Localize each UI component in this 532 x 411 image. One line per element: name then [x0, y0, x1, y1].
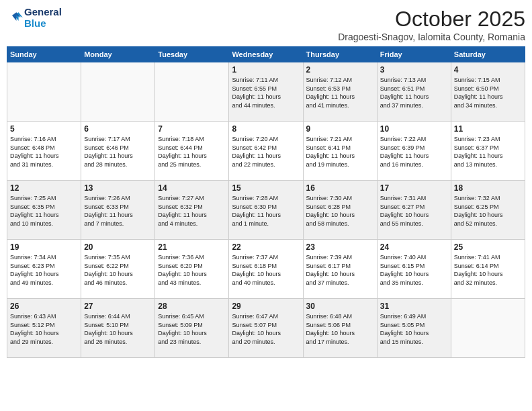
- header-monday: Monday: [81, 47, 155, 62]
- day-number: 27: [84, 302, 152, 311]
- table-row: 11Sunrise: 7:23 AMSunset: 6:37 PMDayligh…: [451, 122, 525, 181]
- table-row: 18Sunrise: 7:32 AMSunset: 6:25 PMDayligh…: [451, 181, 525, 240]
- day-number: 6: [84, 124, 152, 134]
- table-row: 10Sunrise: 7:22 AMSunset: 6:39 PMDayligh…: [377, 122, 451, 181]
- day-info: Sunrise: 7:18 AMSunset: 6:44 PMDaylight:…: [158, 135, 226, 169]
- day-info: Sunrise: 6:47 AMSunset: 5:07 PMDaylight:…: [232, 312, 300, 346]
- table-row: 17Sunrise: 7:31 AMSunset: 6:27 PMDayligh…: [377, 181, 451, 240]
- calendar-header-row: Sunday Monday Tuesday Wednesday Thursday…: [7, 47, 525, 62]
- header-sunday: Sunday: [7, 47, 81, 62]
- header-saturday: Saturday: [451, 47, 525, 62]
- table-row: [155, 62, 229, 122]
- day-info: Sunrise: 7:11 AMSunset: 6:55 PMDaylight:…: [232, 76, 300, 109]
- logo: General Blue: [7, 7, 62, 29]
- logo-text: General Blue: [24, 7, 62, 29]
- day-info: Sunrise: 7:25 AMSunset: 6:35 PMDaylight:…: [10, 194, 78, 228]
- table-row: 22Sunrise: 7:37 AMSunset: 6:18 PMDayligh…: [229, 240, 303, 299]
- day-info: Sunrise: 7:23 AMSunset: 6:37 PMDaylight:…: [454, 135, 522, 169]
- table-row: 15Sunrise: 7:28 AMSunset: 6:30 PMDayligh…: [229, 181, 303, 240]
- header-wednesday: Wednesday: [229, 47, 303, 62]
- day-info: Sunrise: 6:48 AMSunset: 5:06 PMDaylight:…: [306, 312, 374, 346]
- table-row: 1Sunrise: 7:11 AMSunset: 6:55 PMDaylight…: [229, 62, 303, 122]
- table-row: 16Sunrise: 7:30 AMSunset: 6:28 PMDayligh…: [303, 181, 377, 240]
- day-number: 22: [232, 242, 300, 252]
- day-info: Sunrise: 6:44 AMSunset: 5:10 PMDaylight:…: [84, 312, 152, 346]
- page: General Blue October 2025 Dragoesti-Snag…: [0, 0, 532, 411]
- day-number: 8: [232, 124, 300, 134]
- header-tuesday: Tuesday: [155, 47, 229, 62]
- table-row: [451, 299, 525, 358]
- header: General Blue October 2025 Dragoesti-Snag…: [7, 7, 525, 42]
- day-info: Sunrise: 7:13 AMSunset: 6:51 PMDaylight:…: [380, 76, 448, 109]
- table-row: 31Sunrise: 6:49 AMSunset: 5:05 PMDayligh…: [377, 299, 451, 358]
- table-row: 28Sunrise: 6:45 AMSunset: 5:09 PMDayligh…: [155, 299, 229, 358]
- table-row: 20Sunrise: 7:35 AMSunset: 6:22 PMDayligh…: [81, 240, 155, 299]
- day-info: Sunrise: 6:49 AMSunset: 5:05 PMDaylight:…: [380, 312, 448, 346]
- logo-icon: [7, 10, 23, 26]
- day-number: 16: [306, 183, 374, 193]
- day-number: 2: [306, 65, 374, 75]
- table-row: 12Sunrise: 7:25 AMSunset: 6:35 PMDayligh…: [7, 181, 81, 240]
- day-number: 12: [10, 183, 78, 193]
- calendar-table: Sunday Monday Tuesday Wednesday Thursday…: [7, 46, 525, 358]
- table-row: 8Sunrise: 7:20 AMSunset: 6:42 PMDaylight…: [229, 122, 303, 181]
- day-info: Sunrise: 6:43 AMSunset: 5:12 PMDaylight:…: [10, 312, 78, 346]
- day-number: 28: [158, 302, 226, 311]
- calendar-week-row: 19Sunrise: 7:34 AMSunset: 6:23 PMDayligh…: [7, 240, 525, 299]
- day-info: Sunrise: 7:22 AMSunset: 6:39 PMDaylight:…: [380, 135, 448, 169]
- day-info: Sunrise: 7:36 AMSunset: 6:20 PMDaylight:…: [158, 253, 226, 287]
- day-number: 11: [454, 124, 522, 134]
- day-number: 3: [380, 65, 448, 75]
- day-info: Sunrise: 7:31 AMSunset: 6:27 PMDaylight:…: [380, 194, 448, 228]
- table-row: 30Sunrise: 6:48 AMSunset: 5:06 PMDayligh…: [303, 299, 377, 358]
- day-info: Sunrise: 7:26 AMSunset: 6:33 PMDaylight:…: [84, 194, 152, 228]
- calendar-week-row: 5Sunrise: 7:16 AMSunset: 6:48 PMDaylight…: [7, 122, 525, 181]
- header-friday: Friday: [377, 47, 451, 62]
- day-info: Sunrise: 7:27 AMSunset: 6:32 PMDaylight:…: [158, 194, 226, 228]
- day-number: 5: [10, 124, 78, 134]
- calendar-week-row: 1Sunrise: 7:11 AMSunset: 6:55 PMDaylight…: [7, 62, 525, 122]
- day-info: Sunrise: 7:12 AMSunset: 6:53 PMDaylight:…: [306, 76, 374, 109]
- day-number: 10: [380, 124, 448, 134]
- day-info: Sunrise: 7:28 AMSunset: 6:30 PMDaylight:…: [232, 194, 300, 228]
- day-info: Sunrise: 7:30 AMSunset: 6:28 PMDaylight:…: [306, 194, 374, 228]
- table-row: 2Sunrise: 7:12 AMSunset: 6:53 PMDaylight…: [303, 62, 377, 122]
- day-info: Sunrise: 7:34 AMSunset: 6:23 PMDaylight:…: [10, 253, 78, 287]
- table-row: 19Sunrise: 7:34 AMSunset: 6:23 PMDayligh…: [7, 240, 81, 299]
- month-title: October 2025: [338, 7, 525, 32]
- table-row: 14Sunrise: 7:27 AMSunset: 6:32 PMDayligh…: [155, 181, 229, 240]
- table-row: 27Sunrise: 6:44 AMSunset: 5:10 PMDayligh…: [81, 299, 155, 358]
- title-section: October 2025 Dragoesti-Snagov, Ialomita …: [338, 7, 525, 42]
- table-row: 5Sunrise: 7:16 AMSunset: 6:48 PMDaylight…: [7, 122, 81, 181]
- day-info: Sunrise: 7:39 AMSunset: 6:17 PMDaylight:…: [306, 253, 374, 287]
- table-row: 13Sunrise: 7:26 AMSunset: 6:33 PMDayligh…: [81, 181, 155, 240]
- day-number: 23: [306, 242, 374, 252]
- day-number: 30: [306, 302, 374, 311]
- day-number: 18: [454, 183, 522, 193]
- day-info: Sunrise: 7:21 AMSunset: 6:41 PMDaylight:…: [306, 135, 374, 169]
- day-info: Sunrise: 7:20 AMSunset: 6:42 PMDaylight:…: [232, 135, 300, 169]
- day-number: 17: [380, 183, 448, 193]
- day-number: 26: [10, 302, 78, 311]
- day-number: 9: [306, 124, 374, 134]
- day-number: 29: [232, 302, 300, 311]
- day-info: Sunrise: 7:15 AMSunset: 6:50 PMDaylight:…: [454, 76, 522, 109]
- day-number: 7: [158, 124, 226, 134]
- calendar-week-row: 12Sunrise: 7:25 AMSunset: 6:35 PMDayligh…: [7, 181, 525, 240]
- calendar-week-row: 26Sunrise: 6:43 AMSunset: 5:12 PMDayligh…: [7, 299, 525, 358]
- table-row: 4Sunrise: 7:15 AMSunset: 6:50 PMDaylight…: [451, 62, 525, 122]
- day-number: 13: [84, 183, 152, 193]
- table-row: [7, 62, 81, 122]
- table-row: 7Sunrise: 7:18 AMSunset: 6:44 PMDaylight…: [155, 122, 229, 181]
- day-info: Sunrise: 7:16 AMSunset: 6:48 PMDaylight:…: [10, 135, 78, 169]
- day-info: Sunrise: 7:17 AMSunset: 6:46 PMDaylight:…: [84, 135, 152, 169]
- table-row: 6Sunrise: 7:17 AMSunset: 6:46 PMDaylight…: [81, 122, 155, 181]
- table-row: 21Sunrise: 7:36 AMSunset: 6:20 PMDayligh…: [155, 240, 229, 299]
- table-row: 26Sunrise: 6:43 AMSunset: 5:12 PMDayligh…: [7, 299, 81, 358]
- day-number: 19: [10, 242, 78, 252]
- day-info: Sunrise: 7:32 AMSunset: 6:25 PMDaylight:…: [454, 194, 522, 228]
- day-number: 21: [158, 242, 226, 252]
- day-number: 14: [158, 183, 226, 193]
- day-number: 25: [454, 242, 522, 252]
- subtitle: Dragoesti-Snagov, Ialomita County, Roman…: [338, 32, 525, 42]
